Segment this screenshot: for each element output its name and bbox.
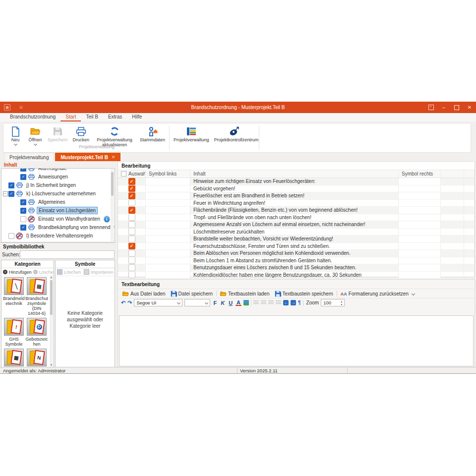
tree-checkbox[interactable]: ✓ — [20, 174, 26, 180]
symbol-right-cell[interactable] — [399, 214, 441, 221]
symbol-left-cell[interactable] — [146, 272, 190, 279]
font-family-select[interactable]: Segoe UI — [134, 299, 182, 306]
info-icon[interactable]: i — [104, 216, 110, 223]
content-cell[interactable]: Hinweise zum richtigen Einsatz von Feuer… — [190, 178, 399, 185]
symbol-right-cell[interactable] — [399, 221, 441, 228]
select-all-checkbox[interactable] — [121, 171, 126, 177]
tree-collapse-icon[interactable]: − — [3, 191, 8, 196]
row-checkbox[interactable] — [128, 272, 135, 279]
symbol-right-cell[interactable] — [399, 207, 441, 214]
tree-checkbox[interactable] — [20, 216, 26, 222]
align-left-icon[interactable] — [253, 300, 259, 305]
symbol-right-cell[interactable] — [399, 229, 441, 236]
delete-symbol-button[interactable]: Löschen — [64, 270, 81, 275]
undo-icon[interactable]: ↶ — [121, 299, 125, 306]
search-input[interactable] — [20, 250, 115, 259]
scroll-up-icon[interactable]: ▲ — [50, 275, 53, 279]
content-cell[interactable]: Flächenbrände (Flüssigkeiten, Benzin etc… — [190, 207, 399, 214]
text-editor-area[interactable] — [119, 315, 474, 366]
row-checkbox[interactable] — [128, 250, 135, 257]
toolbar-button-aus-datei-laden[interactable]: Aus Datei laden — [121, 291, 167, 297]
add-category-button[interactable]: Hinzufügen — [9, 270, 32, 275]
tree-item[interactable]: ✓j) In Sicherheit bringen — [1, 181, 110, 189]
delete-category-button[interactable]: Löschen — [39, 270, 54, 275]
content-cell[interactable]: Beim Löschen 1 m Abstand zu stromführend… — [190, 257, 399, 264]
restore-button[interactable] — [450, 102, 463, 113]
font-color-button[interactable]: A — [236, 300, 241, 306]
symbol-left-cell[interactable] — [146, 236, 190, 242]
minimize-button[interactable]: – — [437, 102, 450, 113]
content-cell[interactable]: Kohlendioxidlöscher haben eine längere B… — [190, 272, 399, 279]
tree-item[interactable]: ✓Einsatz von Löschgeräten — [1, 206, 110, 215]
symbol-right-cell[interactable] — [399, 185, 441, 192]
content-cell[interactable]: Feuerschutzabschlüsse, Fenster und Türen… — [190, 243, 399, 250]
document-tab-musterprojekt-teil-b[interactable]: Musterprojekt.Teil B✕ — [55, 153, 120, 161]
toolbar-button-datei-speichern[interactable]: Datei speichern — [169, 290, 214, 298]
close-button[interactable]: ✕ — [463, 102, 476, 113]
close-tab-icon[interactable]: ✕ — [112, 155, 116, 160]
row-checkbox[interactable]: ✓ — [128, 192, 135, 199]
content-cell[interactable]: Beim Ablöschen von Personen möglichst ke… — [190, 250, 399, 257]
import-symbol-button[interactable]: Importieren — [91, 270, 114, 275]
row-checkbox[interactable]: ✓ — [128, 243, 135, 250]
row-checkbox[interactable] — [128, 221, 135, 228]
zoom-spinner[interactable]: 100 ▴▾ — [321, 299, 345, 306]
symbol-right-cell[interactable] — [399, 236, 441, 242]
symbol-right-cell[interactable] — [399, 272, 441, 279]
tree-item[interactable]: ✓Brandbekämpfung von brennenden Personen — [1, 223, 110, 232]
symbol-right-cell[interactable] — [399, 264, 441, 271]
menu-item-brandschutzordnung[interactable]: Brandschutzordnung — [5, 113, 60, 121]
symbol-left-cell[interactable] — [146, 229, 190, 236]
content-cell[interactable]: Brandstelle weiter beobachten, Vorsicht … — [190, 236, 399, 242]
italic-button[interactable]: K — [220, 300, 226, 306]
row-checkbox[interactable]: ✓ — [128, 207, 135, 214]
row-checkbox[interactable] — [128, 264, 135, 271]
align-right-icon[interactable] — [268, 300, 274, 305]
font-size-select[interactable] — [184, 299, 210, 306]
content-cell[interactable]: Benutzungsdauer eines Löschers zwischen … — [190, 264, 399, 271]
menu-item-teil-b[interactable]: Teil B — [81, 113, 103, 121]
spinner-arrows-icon[interactable]: ▴▾ — [339, 300, 344, 306]
category-tile[interactable]: !GHS Symbole — [2, 316, 25, 347]
content-cell[interactable]: Gebückt vorgehen! — [190, 185, 399, 192]
tree-checkbox[interactable]: ✓ — [20, 168, 26, 172]
symbol-left-cell[interactable] — [146, 250, 190, 257]
categories-scrollbar-thumb[interactable] — [50, 280, 53, 315]
tree-scrollbar[interactable] — [111, 169, 114, 241]
tree-item[interactable]: l) Besondere Verhaltensregeln — [1, 232, 110, 240]
symbol-left-cell[interactable] — [146, 257, 190, 264]
align-center-icon[interactable] — [261, 300, 266, 305]
symbol-left-cell[interactable] — [146, 200, 190, 207]
indent-decrease-icon[interactable]: ← — [283, 300, 289, 305]
toolbar-button-textbaustein-laden[interactable]: Textbaustein laden — [219, 291, 271, 297]
content-cell[interactable]: Feuerlöscher erst am Brandherd in Betrie… — [190, 192, 399, 199]
content-cell[interactable]: Angemessene Anzahl von Löschern auf einm… — [190, 221, 399, 228]
symbol-left-cell[interactable] — [146, 192, 190, 199]
ribbon-button-stammdaten[interactable]: Stammdaten — [137, 123, 168, 152]
toolbar-button-formatierung-zurücksetzen[interactable]: AAFormatierung zurücksetzen — [339, 291, 410, 297]
toolbar-overflow-icon[interactable] — [412, 292, 415, 295]
document-tab-projektverwaltung[interactable]: Projektverwaltung — [4, 153, 54, 161]
tree-item[interactable]: Einsatz von Wandhydranteni — [1, 215, 110, 223]
tree-checkbox[interactable]: ✓ — [8, 182, 14, 188]
ribbon-button-projektkontrollzentrum[interactable]: Projektkontrollzentrum — [212, 123, 257, 152]
align-justify-icon[interactable] — [276, 300, 281, 305]
symbol-right-cell[interactable] — [399, 178, 441, 185]
toolbar-button-textbaustein-speichern[interactable]: Textbaustein speichern — [273, 290, 335, 298]
category-tile[interactable]: ▦ — [2, 347, 25, 367]
tree-item[interactable]: ✓Allgemeines — [1, 198, 110, 206]
categories-scrollbar[interactable]: ▲ ▼ — [50, 275, 53, 367]
symbol-left-cell[interactable] — [146, 221, 190, 228]
indent-increase-icon[interactable]: → — [291, 300, 296, 305]
content-cell[interactable]: Tropf- und Fließbrände von oben nach unt… — [190, 214, 399, 221]
category-tile[interactable]: N — [25, 347, 48, 367]
symbol-left-cell[interactable] — [146, 207, 190, 214]
tree-checkbox[interactable]: ✓ — [8, 191, 14, 197]
symbol-left-cell[interactable] — [146, 178, 190, 185]
scroll-down-icon[interactable]: ▼ — [50, 363, 53, 367]
symbol-left-cell[interactable] — [146, 243, 190, 250]
ribbon-button-projektverwaltung[interactable]: Projektverwaltung — [171, 123, 212, 152]
content-cell[interactable]: Löschmittelreserve zurückhalten — [190, 229, 399, 236]
symbol-right-cell[interactable] — [399, 250, 441, 257]
tree-item[interactable]: ✓Alarmsignale — [1, 168, 110, 173]
